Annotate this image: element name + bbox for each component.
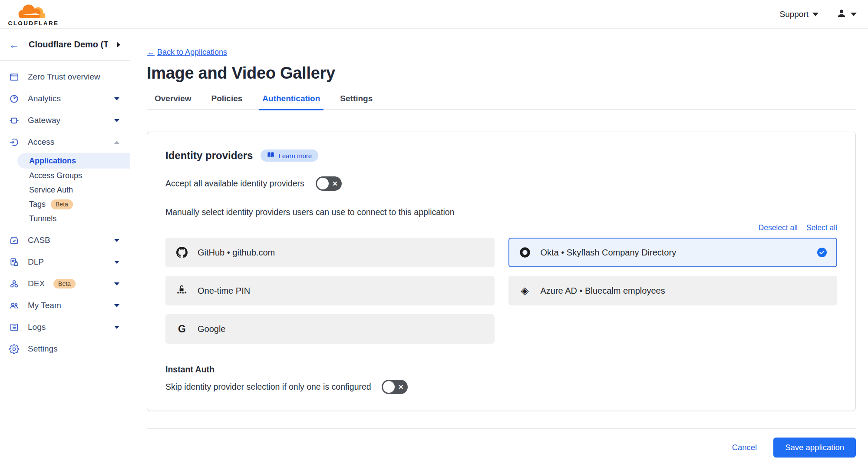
provider-name: Okta • Skyflash Company Directory <box>541 248 677 258</box>
chevron-down-icon <box>812 13 818 16</box>
provider-tile-okta[interactable]: Okta • Skyflash Company Directory <box>508 238 838 267</box>
provider-tile-one-time-pin[interactable]: **** One-time PIN <box>165 276 495 305</box>
provider-name: Azure AD • Bluecalm employees <box>541 286 665 296</box>
subnav-item-label: Tunnels <box>29 214 56 223</box>
subnav-item-label: Service Auth <box>29 186 73 195</box>
provider-tile-github[interactable]: GitHub • github.com <box>165 238 495 267</box>
sidebar-item-gateway[interactable]: Gateway <box>0 109 130 131</box>
sidebar-item-dlp[interactable]: DLP <box>0 251 130 273</box>
subnav-item-label: Applications <box>29 156 76 166</box>
sidebar-item-label: DEX <box>28 279 45 289</box>
chevron-up-icon[interactable] <box>114 141 119 144</box>
nav-spacer <box>0 226 130 229</box>
instant-auth-toggle[interactable]: ✕ <box>382 380 408 394</box>
sidebar-item-label: My Team <box>28 301 61 310</box>
sidebar-item-access-groups[interactable]: Access Groups <box>0 169 130 183</box>
toggle-knob <box>317 178 329 189</box>
support-menu[interactable]: Support <box>779 10 818 19</box>
okta-icon <box>519 247 531 258</box>
account-name[interactable]: Cloudflare Demo (T... <box>29 40 108 50</box>
sidebar-account-header: ← Cloudflare Demo (T... <box>0 29 130 61</box>
chevron-down-icon[interactable] <box>114 304 119 307</box>
back-arrow-icon: ← <box>147 48 155 57</box>
cloudflare-cloud-icon <box>13 2 53 20</box>
accept-all-toggle[interactable]: ✕ <box>316 176 342 191</box>
logs-list-icon <box>9 322 19 332</box>
tab-bar: Overview Policies Authentication Setting… <box>147 94 856 110</box>
user-account-menu[interactable] <box>836 8 857 21</box>
document-lock-icon <box>9 257 19 267</box>
sidebar-item-settings[interactable]: Settings <box>0 338 130 360</box>
save-application-button[interactable]: Save application <box>773 438 856 458</box>
cancel-button[interactable]: Cancel <box>732 443 757 452</box>
access-login-icon <box>9 137 19 147</box>
back-to-applications-link[interactable]: ← Back to Applications <box>147 48 227 57</box>
subnav-item-label: Access Groups <box>29 171 82 180</box>
select-all-link[interactable]: Select all <box>806 223 837 232</box>
chevron-down-icon[interactable] <box>114 261 119 264</box>
learn-more-label: Learn more <box>278 152 312 159</box>
browser-window-icon <box>9 72 19 82</box>
tab-policies[interactable]: Policies <box>211 94 243 109</box>
sidebar-item-label: Settings <box>28 344 58 354</box>
learn-more-badge[interactable]: Learn more <box>261 149 318 162</box>
sidebar-item-logs[interactable]: Logs <box>0 316 130 338</box>
chevron-down-icon[interactable] <box>114 239 119 242</box>
user-icon <box>836 8 847 21</box>
pie-chart-icon <box>9 93 19 104</box>
sidebar-item-tunnels[interactable]: Tunnels <box>0 212 130 226</box>
azure-diamond-glyph: ◈ <box>521 285 528 296</box>
chevron-down-icon <box>851 13 857 16</box>
sidebar-item-label: Analytics <box>28 94 61 103</box>
instant-auth-heading: Instant Auth <box>165 365 837 375</box>
google-icon: G <box>176 324 188 334</box>
sidebar-item-label: DLP <box>28 257 44 267</box>
toggle-off-icon: ✕ <box>398 383 404 391</box>
page-title: Image and Video Gallery <box>147 64 856 83</box>
provider-tile-azure-ad[interactable]: ◈ Azure AD • Bluecalm employees <box>508 276 838 305</box>
sidebar-item-label: CASB <box>28 235 50 245</box>
gateway-icon <box>9 115 19 126</box>
tab-settings[interactable]: Settings <box>340 94 373 109</box>
network-cluster-icon <box>9 279 19 289</box>
sidebar-item-access[interactable]: Access <box>0 131 130 153</box>
chevron-down-icon[interactable] <box>114 119 119 122</box>
book-icon <box>267 152 274 159</box>
sidebar: ← Cloudflare Demo (T... Zero Trust overv… <box>0 29 130 461</box>
back-arrow-icon[interactable]: ← <box>9 40 19 50</box>
chevron-down-icon[interactable] <box>114 326 119 329</box>
sidebar-item-tags[interactable]: Tags Beta <box>0 197 130 212</box>
topbar-right: Support <box>779 8 857 21</box>
gear-icon <box>9 344 19 354</box>
sidebar-item-label: Gateway <box>28 116 60 125</box>
sidebar-item-dex[interactable]: DEX Beta <box>0 273 130 295</box>
subnav-item-label: Tags <box>29 200 46 209</box>
chevron-down-icon[interactable] <box>114 97 119 100</box>
sidebar-item-label: Zero Trust overview <box>28 72 100 82</box>
sidebar-item-my-team[interactable]: My Team <box>0 295 130 316</box>
top-bar: CLOUDFLARE Support <box>0 0 868 29</box>
sidebar-item-zero-trust-overview[interactable]: Zero Trust overview <box>0 66 130 88</box>
sidebar-item-analytics[interactable]: Analytics <box>0 88 130 109</box>
card-heading: Identity providers <box>165 149 253 162</box>
tab-overview[interactable]: Overview <box>155 94 191 109</box>
main-content: ← Back to Applications Image and Video G… <box>130 29 868 461</box>
chevron-down-icon[interactable] <box>114 282 119 285</box>
sidebar-item-applications[interactable]: Applications <box>17 153 130 169</box>
deselect-all-link[interactable]: Deselect all <box>759 223 798 232</box>
accept-all-label: Accept all available identity providers <box>165 179 304 189</box>
sidebar-item-casb[interactable]: CASB <box>0 229 130 251</box>
provider-tile-google[interactable]: G Google <box>165 314 495 344</box>
action-footer: Cancel Save application <box>147 428 856 458</box>
azure-ad-icon: ◈ <box>519 285 531 296</box>
tab-authentication[interactable]: Authentication <box>262 94 320 109</box>
pin-mask-dots: **** <box>177 291 187 296</box>
sidebar-nav: Zero Trust overview Analytics <box>0 61 130 360</box>
instant-auth-label: Skip identity provider selection if only… <box>165 382 371 392</box>
selected-check-icon <box>817 248 827 257</box>
chevron-right-icon[interactable] <box>117 42 120 47</box>
provider-name: Google <box>198 324 226 334</box>
cloudflare-logo[interactable]: CLOUDFLARE <box>6 2 61 27</box>
sidebar-item-service-auth[interactable]: Service Auth <box>0 183 130 197</box>
provider-name: One-time PIN <box>198 286 250 296</box>
